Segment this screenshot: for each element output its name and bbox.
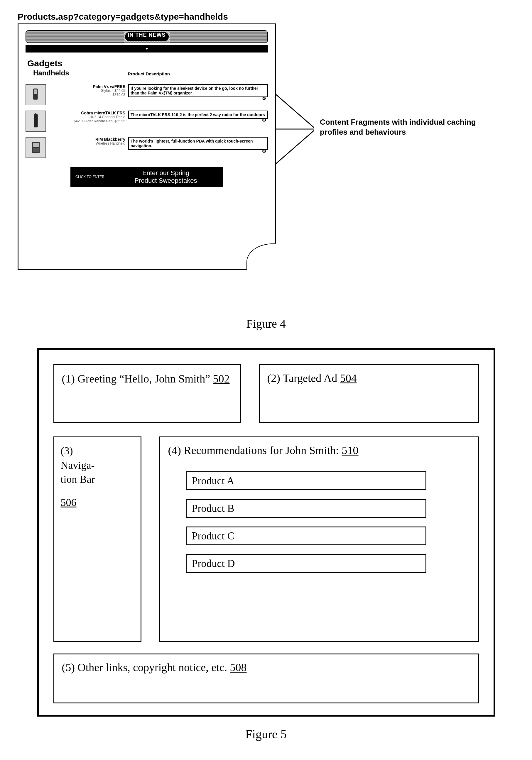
figure-4: Products.asp?category=gadgets&type=handh… [12, 12, 510, 305]
sweepstakes-banner[interactable]: CLICK TO ENTER Enter our Spring Product … [71, 167, 223, 187]
recommendation-item[interactable]: Product B [186, 499, 426, 518]
browser-window: IN THE NEWS ▾ Gadgets Handhelds Product … [18, 24, 276, 270]
product-description-header: Product Description [128, 71, 170, 76]
product-thumbnail[interactable] [25, 111, 46, 132]
url-bar-text: Products.asp?category=gadgets&type=handh… [18, 12, 510, 22]
gear-icon[interactable]: ⚙ [262, 96, 266, 101]
figure-4-caption: Figure 4 [12, 317, 520, 331]
figure-5-caption: Figure 5 [12, 727, 520, 741]
callout-label: Content Fragments with individual cachin… [320, 117, 502, 137]
footer-box: (5) Other links, copyright notice, etc. … [53, 653, 479, 703]
svg-line-7 [275, 94, 314, 127]
gear-icon[interactable]: ⚙ [262, 117, 266, 123]
recommendation-item[interactable]: Product A [186, 471, 426, 490]
product-description-fragment: The world's lightest, full-function PDA … [128, 137, 268, 150]
banner-text: Enter our Spring Product Sweepstakes [109, 169, 222, 184]
svg-rect-1 [34, 89, 37, 94]
product-label: Cobra microTALK FRS110-2 14 Channel Radi… [49, 111, 125, 123]
recommendations-box: (4) Recommendations for John Smith: 510 … [159, 437, 479, 642]
recommendation-item[interactable]: Product C [186, 527, 426, 545]
reco-ref: 510 [342, 444, 359, 456]
ad-ref: 504 [340, 372, 357, 384]
nav-segment-right[interactable] [170, 31, 267, 42]
footer-ref: 508 [230, 661, 247, 674]
subcategory-heading: Handhelds [33, 69, 69, 77]
banner-click-pill[interactable]: CLICK TO ENTER [71, 167, 109, 186]
greeting-ref: 502 [213, 372, 230, 385]
svg-rect-2 [34, 114, 37, 127]
product-row: Palm Vx w/FREEStylus II $44.65$379.03If … [25, 84, 268, 105]
nav-ref: 506 [61, 496, 134, 510]
product-thumbnail[interactable] [25, 84, 46, 105]
svg-line-9 [275, 130, 314, 164]
nav-stripe: ▾ [25, 45, 268, 53]
product-row: Cobra microTALK FRS110-2 14 Channel Radi… [25, 111, 268, 132]
product-thumbnail[interactable] [25, 137, 46, 158]
nav-bar[interactable]: IN THE NEWS [25, 30, 268, 43]
nav-segment-left[interactable] [26, 31, 124, 42]
page-curl-icon [247, 243, 276, 270]
svg-rect-5 [33, 143, 39, 147]
greeting-box: (1) Greeting “Hello, John Smith” 502 [53, 364, 241, 423]
category-heading: Gadgets [27, 58, 268, 68]
navigation-bar-box: (3) Naviga- tion Bar 506 [53, 437, 141, 642]
product-label: RIM BlackberryWireless Handheld [49, 137, 125, 146]
targeted-ad-box: (2) Targeted Ad 504 [259, 364, 479, 423]
nav-center-pill[interactable]: IN THE NEWS [125, 32, 169, 41]
recommendation-item[interactable]: Product D [186, 554, 426, 573]
product-row: RIM BlackberryWireless HandheldThe world… [25, 137, 268, 158]
svg-rect-6 [33, 148, 39, 152]
gear-icon[interactable]: ⚙ [262, 148, 266, 154]
product-description-fragment: The microTALK FRS 110-2 is the perfect 2… [128, 111, 268, 119]
product-description-fragment: If you're looking for the sleekest devic… [128, 84, 268, 97]
product-label: Palm Vx w/FREEStylus II $44.65$379.03 [49, 84, 125, 97]
figure-5-frame: (1) Greeting “Hello, John Smith” 502 (2)… [37, 348, 495, 717]
